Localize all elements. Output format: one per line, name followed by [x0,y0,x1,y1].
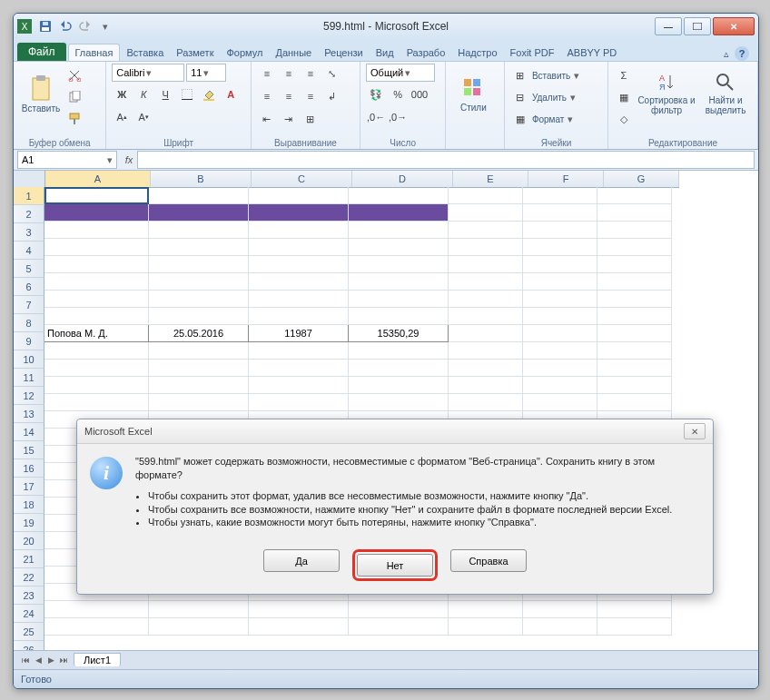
cell[interactable] [523,204,597,222]
row-header[interactable]: 2 [14,205,44,223]
cell[interactable] [44,601,149,618]
cell[interactable] [249,601,349,618]
fill-icon[interactable]: ▦ [614,87,634,107]
dialog-no-button[interactable]: Нет [357,554,433,577]
cell[interactable] [349,601,449,618]
align-middle-icon[interactable]: ≡ [279,64,299,84]
cut-icon[interactable] [64,65,84,85]
cell[interactable] [597,325,672,342]
cell[interactable] [149,291,249,308]
cell[interactable] [44,187,149,204]
font-size-combo[interactable]: 11▾ [186,64,226,82]
grow-font-icon[interactable]: A▴ [112,107,132,127]
cell[interactable] [349,256,449,273]
cell[interactable] [349,342,449,360]
row-header[interactable]: 16 [14,459,44,478]
delete-cells-button[interactable]: ⊟Удалить▾ [510,87,602,107]
tab-addins[interactable]: Надстро [451,44,503,61]
number-format-combo[interactable]: Общий▾ [366,64,435,82]
cell[interactable] [449,308,523,325]
cell[interactable] [449,239,523,256]
cell[interactable] [349,273,449,291]
cell[interactable] [249,273,349,291]
row-header[interactable]: 15 [14,441,44,459]
cell[interactable] [44,342,149,360]
maximize-button[interactable] [684,17,711,35]
fx-icon[interactable]: fx [121,154,137,165]
col-header[interactable]: F [528,171,604,187]
cell[interactable] [449,377,523,394]
cell[interactable] [597,377,672,394]
undo-icon[interactable] [57,18,74,35]
tab-data[interactable]: Данные [269,44,318,61]
row-header[interactable]: 18 [14,496,44,514]
cell[interactable]: 15350,29 [349,325,449,342]
cell[interactable] [249,256,349,273]
cell[interactable] [449,325,523,342]
cell[interactable] [249,222,349,239]
tab-formulas[interactable]: Формул [220,44,269,61]
clear-icon[interactable]: ◇ [614,109,634,129]
row-header[interactable]: 8 [14,314,44,332]
cell[interactable] [597,222,672,239]
row-header[interactable]: 6 [14,278,44,296]
cell[interactable] [249,187,349,204]
cell[interactable] [149,308,249,325]
copy-icon[interactable] [64,87,84,107]
file-tab[interactable]: Файл [17,43,66,61]
window-close-button[interactable]: ✕ [713,17,755,35]
formula-input[interactable] [137,151,755,169]
col-header[interactable]: D [352,171,453,187]
cell[interactable] [449,342,523,360]
cell[interactable] [449,222,523,239]
row-header[interactable]: 26 [14,641,44,650]
cell[interactable]: 11987 [249,325,349,342]
insert-cells-button[interactable]: ⊞Вставить▾ [510,65,602,85]
dialog-close-button[interactable]: ✕ [684,423,706,439]
cell[interactable] [149,601,249,618]
tab-layout[interactable]: Разметк [170,44,220,61]
indent-dec-icon[interactable]: ⇤ [257,109,277,129]
cell[interactable] [349,360,449,377]
cell[interactable] [523,618,597,636]
cell[interactable] [349,394,449,411]
cell[interactable] [597,394,672,411]
find-select-button[interactable]: Найти и выделить [699,64,752,123]
minimize-button[interactable]: — [655,17,682,35]
row-header[interactable]: 12 [14,387,44,405]
tab-home[interactable]: Главная [68,44,121,61]
name-box[interactable]: A1▾ [17,151,117,169]
row-header[interactable]: 14 [14,423,44,441]
row-header[interactable]: 11 [14,369,44,387]
cell[interactable] [44,239,149,256]
cell[interactable] [249,618,349,636]
cell[interactable] [149,239,249,256]
cell[interactable] [523,601,597,618]
underline-button[interactable]: Ч [155,84,175,104]
cell[interactable] [449,360,523,377]
cell[interactable] [44,377,149,394]
col-header[interactable]: B [151,171,252,187]
cell[interactable] [349,291,449,308]
cell[interactable] [44,222,149,239]
sort-filter-button[interactable]: АЯ Сортировка и фильтр [637,64,696,123]
cell[interactable] [523,394,597,411]
shrink-font-icon[interactable]: A▾ [133,107,153,127]
cell[interactable] [249,308,349,325]
align-center-icon[interactable]: ≡ [279,86,299,106]
inc-decimal-icon[interactable]: ,0← [366,107,386,127]
redo-icon[interactable] [77,18,94,35]
currency-icon[interactable]: 💱 [366,84,386,104]
cell[interactable] [597,239,672,256]
row-header[interactable]: 23 [14,587,44,605]
cell[interactable] [449,273,523,291]
row-header[interactable]: 4 [14,242,44,260]
select-all-corner[interactable] [14,171,45,187]
cell[interactable] [597,308,672,325]
row-header[interactable]: 19 [14,514,44,532]
dialog-yes-button[interactable]: Да [263,549,340,572]
cell[interactable] [249,291,349,308]
cell[interactable] [597,601,672,618]
cell[interactable] [249,239,349,256]
cell[interactable]: 25.05.2016 [149,325,249,342]
